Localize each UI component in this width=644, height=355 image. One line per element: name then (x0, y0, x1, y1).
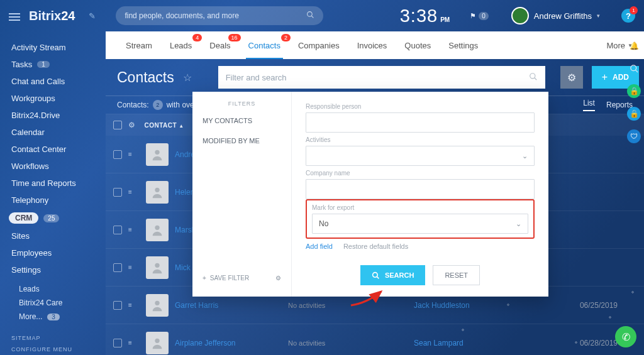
notifications-flag[interactable]: ⚑0 (470, 12, 489, 20)
save-filter[interactable]: + SAVE FILTER ⚙ (192, 268, 291, 288)
filter-fields: Responsible person Activities ⌄ Company … (292, 92, 548, 297)
row-checkbox[interactable] (113, 339, 122, 347)
tab-quotes[interactable]: Quotes (396, 31, 440, 59)
title-bar: Contacts ☆ Filter and search ⚙ +ADD (106, 59, 644, 96)
row-menu-icon[interactable]: ≡ (128, 266, 137, 269)
label-export: Mark for export (312, 204, 528, 211)
sidebar-sub-leads[interactable]: Leads (0, 282, 106, 296)
col-contact[interactable]: CONTACT▲ (145, 122, 184, 129)
gear-icon[interactable]: ⚙ (128, 121, 136, 129)
preset-my-contacts[interactable]: MY CONTACTS (192, 111, 291, 131)
brand[interactable]: Bitrix24 (29, 9, 75, 23)
sidebar-item-contact-center[interactable]: Contact Center (0, 141, 106, 158)
restore-defaults-link[interactable]: Restore default fields (343, 243, 408, 250)
field-mark-for-export[interactable]: No ⌄ (312, 214, 528, 234)
select-all-checkbox[interactable] (113, 121, 122, 129)
search-button[interactable]: SEARCH (360, 265, 425, 285)
svg-point-8 (155, 300, 159, 305)
tab-stream[interactable]: Stream (117, 31, 161, 59)
sidebar-item-telephony[interactable]: Telephony (0, 192, 106, 209)
contact-avatar (146, 143, 169, 166)
sidebar-item-workflows[interactable]: Workflows (0, 158, 106, 175)
sidebar-item-crm[interactable]: CRM 25 (9, 212, 106, 224)
sidebar-item-employees[interactable]: Employees (0, 244, 106, 261)
responsible-cell[interactable]: Sean Lampard (414, 339, 540, 347)
field-responsible[interactable] (306, 112, 535, 133)
caret-down-icon: ▾ (597, 13, 600, 19)
tab-invoices[interactable]: Invoices (348, 31, 396, 59)
contact-name[interactable]: Garret Harris (175, 301, 288, 310)
filter-search[interactable]: Filter and search (218, 66, 545, 89)
filter-presets: FILTERS MY CONTACTS MODIFIED BY ME + SAV… (192, 92, 292, 297)
date-cell: 06/28/2019 (580, 339, 618, 347)
gear-icon[interactable]: ⚙ (275, 275, 281, 281)
row-checkbox[interactable] (113, 263, 122, 272)
contact-avatar (146, 219, 169, 241)
reset-button[interactable]: RESET (433, 265, 480, 285)
sidebar-item-settings[interactable]: Settings (0, 261, 106, 278)
row-checkbox[interactable] (113, 188, 122, 197)
user-name: Andrew Griffiths (534, 11, 592, 21)
sidebar-item-time[interactable]: Time and Reports (0, 175, 106, 192)
svg-line-1 (312, 16, 314, 18)
row-menu-icon[interactable]: ≡ (128, 229, 137, 231)
row-menu-icon[interactable]: ≡ (128, 342, 137, 344)
view-settings-button[interactable]: ⚙ (560, 66, 583, 89)
svg-line-11 (377, 276, 379, 278)
global-search[interactable]: find people, documents, and more (116, 6, 323, 25)
tab-deals[interactable]: Deals16 (201, 31, 239, 59)
activities-cell: No activities (288, 339, 414, 347)
table-row[interactable]: ≡ Airplane Jefferson No activities Sean … (106, 324, 644, 355)
tab-contacts[interactable]: Contacts2 (240, 31, 289, 59)
sidebar-item-sites[interactable]: Sites (0, 227, 106, 244)
search-icon[interactable] (627, 62, 641, 75)
sidebar-item-activity[interactable]: Activity Stream (0, 39, 106, 56)
help-button[interactable]: ? 1 (621, 9, 635, 23)
field-activities[interactable]: ⌄ (306, 146, 535, 166)
sidebar-item-chat[interactable]: Chat and Calls (0, 73, 106, 90)
chevron-down-icon: ⌄ (516, 220, 521, 228)
notifications-count: 0 (479, 12, 489, 20)
help-badge-count: 1 (630, 6, 638, 14)
sidebar-item-drive[interactable]: Bitrix24.Drive (0, 107, 106, 124)
contact-name[interactable]: Airplane Jefferson (175, 339, 288, 347)
sidebar-item-tasks[interactable]: Tasks1 (0, 56, 106, 73)
add-field-link[interactable]: Add field (306, 243, 333, 250)
bell-icon[interactable]: 🔔 (627, 39, 641, 53)
plus-icon: + (602, 72, 608, 83)
responsible-cell[interactable]: Jack Huddleston (414, 301, 540, 310)
date-cell: 06/25/2019 (580, 301, 618, 310)
clock-time: 3:38 (400, 6, 438, 26)
sidebar-item-calendar[interactable]: Calendar (0, 124, 106, 141)
row-menu-icon[interactable]: ≡ (128, 304, 137, 307)
sidebar-sub-more[interactable]: More...3 (0, 310, 106, 324)
user-menu[interactable]: Andrew Griffiths ▾ (511, 7, 600, 25)
lock-icon[interactable]: 🔒 (627, 84, 641, 98)
row-menu-icon[interactable]: ≡ (128, 191, 137, 194)
clock[interactable]: 3:38 PM (400, 6, 450, 26)
field-company[interactable] (306, 179, 535, 199)
avatar (511, 7, 529, 25)
row-checkbox[interactable] (113, 301, 122, 310)
row-menu-icon[interactable]: ≡ (128, 153, 137, 156)
tab-settings[interactable]: Settings (440, 31, 487, 59)
sidebar-configure[interactable]: CONFIGURE MENU (0, 344, 106, 355)
filter-search-placeholder: Filter and search (226, 73, 287, 82)
subtab-list[interactable]: List (583, 99, 595, 111)
tab-companies[interactable]: Companies (289, 31, 348, 59)
row-checkbox[interactable] (113, 150, 122, 159)
search-icon (372, 271, 380, 280)
sidebar-sitemap[interactable]: SITEMAP (0, 332, 106, 344)
tab-leads[interactable]: Leads4 (161, 31, 201, 59)
row-checkbox[interactable] (113, 226, 122, 234)
hamburger-icon[interactable] (9, 11, 20, 20)
star-icon[interactable]: ☆ (183, 72, 192, 84)
lock-icon[interactable]: 🔒 (627, 107, 641, 121)
sidebar-sub-care[interactable]: Bitrix24 Care (0, 296, 106, 310)
sort-asc-icon: ▲ (179, 123, 184, 129)
call-fab[interactable]: ✆ (615, 326, 636, 347)
preset-modified-by-me[interactable]: MODIFIED BY ME (192, 131, 291, 151)
sidebar-item-workgroups[interactable]: Workgroups (0, 90, 106, 107)
shield-icon[interactable]: 🛡 (627, 129, 641, 143)
edit-icon[interactable]: ✎ (89, 11, 96, 21)
